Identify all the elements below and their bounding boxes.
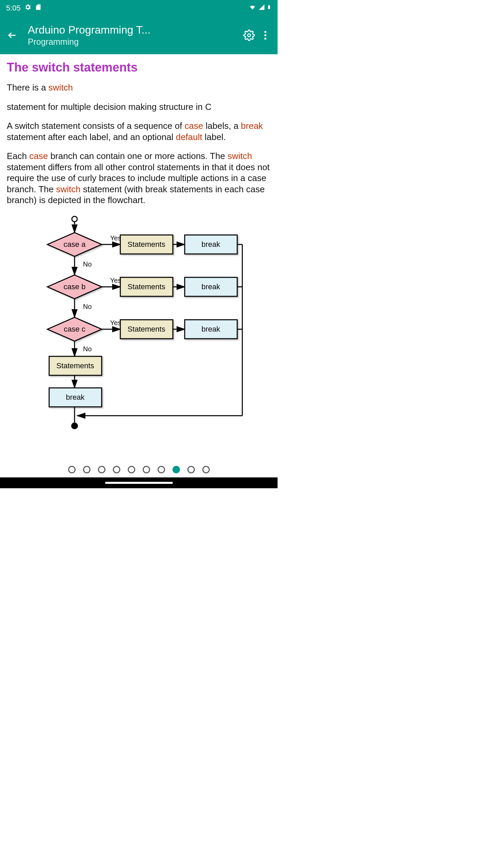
svg-point-2 bbox=[264, 34, 266, 36]
svg-text:break: break bbox=[201, 240, 220, 249]
status-time: 5:05 bbox=[6, 4, 21, 13]
svg-point-1 bbox=[264, 31, 266, 33]
svg-text:No: No bbox=[83, 303, 92, 310]
pager-dot[interactable] bbox=[68, 466, 76, 473]
pager-dot[interactable] bbox=[158, 466, 165, 473]
svg-point-0 bbox=[248, 34, 251, 37]
nav-pill[interactable] bbox=[105, 482, 173, 484]
svg-text:break: break bbox=[201, 325, 220, 333]
svg-text:case a: case a bbox=[63, 240, 86, 249]
app-bar: Arduino Programming T... Programming bbox=[0, 16, 278, 54]
svg-text:Statements: Statements bbox=[127, 282, 165, 291]
settings-status-icon bbox=[24, 3, 32, 13]
status-bar: 5:05 bbox=[0, 0, 278, 16]
pager-dot[interactable] bbox=[128, 466, 135, 473]
app-title: Arduino Programming T... bbox=[28, 24, 241, 36]
svg-text:No: No bbox=[83, 345, 92, 353]
pager-dot[interactable] bbox=[113, 466, 120, 473]
flowchart: case a Yes Statements break No case b Ye… bbox=[7, 214, 271, 438]
svg-text:break: break bbox=[66, 393, 85, 401]
settings-button[interactable] bbox=[241, 27, 257, 43]
svg-text:Yes: Yes bbox=[110, 277, 121, 284]
signal-icon bbox=[258, 4, 265, 13]
nav-bar bbox=[0, 477, 278, 488]
svg-point-50 bbox=[71, 422, 78, 429]
svg-text:No: No bbox=[83, 260, 92, 268]
paragraph-3: A switch statement consists of a sequenc… bbox=[7, 120, 271, 142]
svg-text:break: break bbox=[201, 282, 220, 291]
svg-point-3 bbox=[264, 38, 266, 40]
svg-text:Statements: Statements bbox=[127, 240, 165, 249]
svg-text:Yes: Yes bbox=[110, 234, 121, 242]
svg-text:Statements: Statements bbox=[56, 361, 94, 370]
back-button[interactable] bbox=[4, 27, 20, 43]
wifi-icon bbox=[248, 4, 257, 13]
pager-dot[interactable] bbox=[143, 466, 150, 473]
pager-dot[interactable] bbox=[187, 466, 195, 473]
page-heading: The switch statements bbox=[7, 60, 271, 75]
content-area: The switch statements There is a switch … bbox=[0, 54, 278, 444]
app-subtitle: Programming bbox=[28, 37, 241, 47]
sdcard-status-icon bbox=[35, 3, 42, 13]
pager-dot[interactable] bbox=[172, 466, 180, 473]
svg-text:case b: case b bbox=[63, 282, 85, 291]
pager-dot[interactable] bbox=[202, 466, 210, 473]
pager bbox=[0, 466, 278, 473]
paragraph-4: Each case branch can contain one or more… bbox=[7, 151, 271, 206]
pager-dot[interactable] bbox=[83, 466, 90, 473]
pager-dot[interactable] bbox=[98, 466, 105, 473]
paragraph-1: There is a switch bbox=[7, 82, 271, 93]
battery-icon bbox=[267, 3, 271, 13]
svg-text:Statements: Statements bbox=[127, 325, 165, 333]
svg-point-4 bbox=[72, 216, 77, 222]
svg-text:Yes: Yes bbox=[110, 319, 121, 327]
paragraph-2: statement for multiple decision making s… bbox=[7, 101, 271, 113]
more-button[interactable] bbox=[257, 27, 273, 43]
svg-text:case c: case c bbox=[64, 325, 85, 333]
